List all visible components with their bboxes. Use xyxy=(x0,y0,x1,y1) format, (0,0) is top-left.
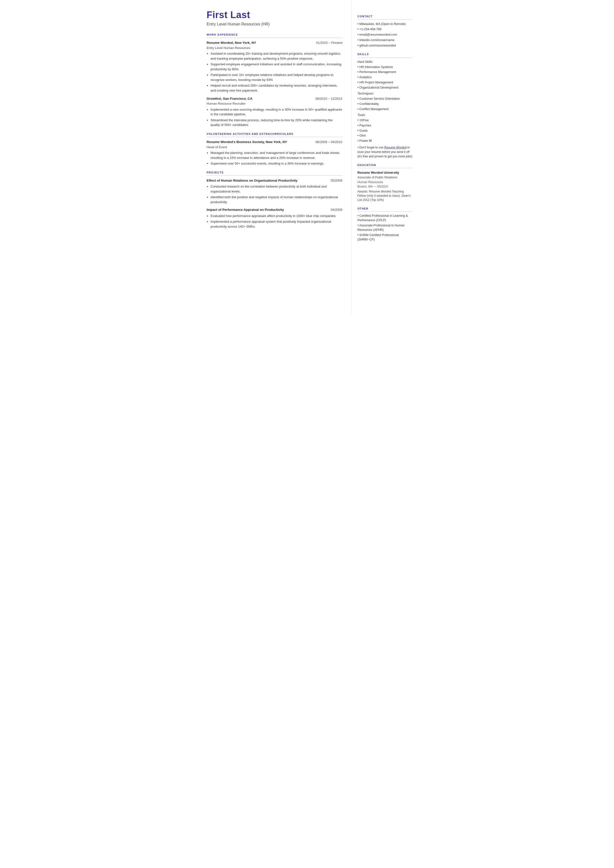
contact-item-location: Milwaukee, MA (Open to Remote) xyxy=(358,22,412,26)
edu-degree: Associate of Public Relations xyxy=(358,175,412,180)
bullet: Helped recruit and onboard 200+ candidat… xyxy=(211,83,343,93)
work-experience-label: WORK EXPERIENCE xyxy=(207,33,343,37)
project-title-1: Effect of Human Relations on Organizatio… xyxy=(207,178,298,183)
skill-item: HR Project Management xyxy=(358,80,412,85)
edu-location: Boston, MA — 05/2010 xyxy=(358,184,412,189)
edu-school: Resume Worded University xyxy=(358,170,412,175)
candidate-name: First Last xyxy=(207,10,343,20)
volunteer-block-1: Resume Worded's Business Society, New Yo… xyxy=(207,140,343,166)
job-bullets-1: Assisted in coordinating 20+ training an… xyxy=(211,51,343,93)
right-column: CONTACT Milwaukee, MA (Open to Remote) +… xyxy=(352,0,419,314)
projects-label: PROJECTS xyxy=(207,171,343,175)
skill-item: Paychex xyxy=(358,123,412,128)
other-item-2: Associate Professional in Human Resource… xyxy=(358,224,412,232)
techniques-list: Customer Service Orientation Confidentia… xyxy=(358,96,412,111)
volunteering-label: VOLUNTEERING ACTIVITIES AND EXTRACURRICU… xyxy=(207,132,343,136)
skill-item: Confidentiality xyxy=(358,102,412,106)
job-date-1: 01/2015 – Present xyxy=(316,40,342,45)
bullet: Supported employee engagement initiative… xyxy=(211,62,343,71)
bullet: Conducted research on the correlation be… xyxy=(211,184,343,194)
skill-item: Power BI xyxy=(358,138,412,143)
job-header-row-1: Resume Worded, New York, NY 01/2015 – Pr… xyxy=(207,40,343,45)
skill-item: Conflict Management xyxy=(358,107,412,112)
project-date-2: 04/2009 xyxy=(331,207,343,212)
project-bullets-2: Evaluated how performance appraisals aff… xyxy=(211,214,343,229)
volunteering-section: VOLUNTEERING ACTIVITIES AND EXTRACURRICU… xyxy=(207,132,343,166)
tools-list: 15Five Paychex Gusto Glint Power BI xyxy=(358,118,412,143)
job-date-2: 06/2010 – 12/2014 xyxy=(316,96,342,101)
tools-label: Tools: xyxy=(358,113,412,118)
edu-field: Human Resources xyxy=(358,180,412,185)
skill-item: Organizational Development xyxy=(358,85,412,90)
job-block-1: Resume Worded, New York, NY 01/2015 – Pr… xyxy=(207,40,343,93)
job-block-2: Growthsi, San Francisco, CA 06/2010 – 12… xyxy=(207,96,343,127)
other-section: OTHER Certified Professional in Learning… xyxy=(358,207,412,242)
education-section: EDUCATION Resume Worded University Assoc… xyxy=(358,163,412,202)
contact-item-github: github.com/resumeworded xyxy=(358,43,412,48)
skill-item: HR Information Systems xyxy=(358,65,412,70)
edu-block-1: Resume Worded University Associate of Pu… xyxy=(358,170,412,202)
bullet: Streamlined the interview process, reduc… xyxy=(211,118,343,127)
project-header-row-2: Impact of Performance Appraisal on Produ… xyxy=(207,207,343,212)
volunteer-bullets-1: Managed the planning, execution, and man… xyxy=(211,151,343,166)
bullet: Evaluated how performance appraisals aff… xyxy=(211,214,343,219)
skill-item: 15Five xyxy=(358,118,412,123)
skill-item: Analytics xyxy=(358,75,412,80)
promo-text: • Don't forget to use Resume Worded to s… xyxy=(358,145,412,158)
education-label: EDUCATION xyxy=(358,163,412,167)
promo-link[interactable]: Resume Worded xyxy=(384,146,406,149)
job-company-2: Growthsi, San Francisco, CA xyxy=(207,96,253,101)
other-divider xyxy=(358,211,412,212)
job-bullets-2: Implemented a new sourcing strategy, res… xyxy=(211,107,343,127)
resume-page: First Last Entry Level Human Resources (… xyxy=(196,0,419,314)
skills-label: SKILLS xyxy=(358,52,412,56)
project-header-row-1: Effect of Human Relations on Organizatio… xyxy=(207,178,343,183)
other-item-3: SHRM Certified Professional (SHRM−CP) xyxy=(358,233,412,242)
project-title-2: Impact of Performance Appraisal on Produ… xyxy=(207,207,284,212)
work-experience-section: WORK EXPERIENCE Resume Worded, New York,… xyxy=(207,33,343,127)
skill-item: Customer Service Orientation xyxy=(358,96,412,101)
other-label: OTHER xyxy=(358,207,412,211)
volunteer-date-1: 06/2009 – 04/2010 xyxy=(316,140,342,144)
work-experience-divider xyxy=(207,37,343,38)
skill-item: Glint xyxy=(358,134,412,138)
volunteer-title-1: Head of Event xyxy=(207,145,343,150)
header: First Last Entry Level Human Resources (… xyxy=(207,10,343,27)
other-item-1: Certified Professional in Learning & Per… xyxy=(358,214,412,222)
projects-section: PROJECTS Effect of Human Relations on Or… xyxy=(207,171,343,229)
techniques-label: Techniques: xyxy=(358,91,412,96)
bullet: Managed the planning, execution, and man… xyxy=(211,151,343,160)
volunteer-header-row-1: Resume Worded's Business Society, New Yo… xyxy=(207,140,343,144)
contact-label: CONTACT xyxy=(358,14,412,19)
skill-item: Gusto xyxy=(358,129,412,133)
contact-list: Milwaukee, MA (Open to Remote) +1-234-45… xyxy=(358,22,412,48)
hard-skills-label: Hard Skills: xyxy=(358,60,412,64)
volunteer-company-1: Resume Worded's Business Society, New Yo… xyxy=(207,140,287,144)
contact-item-linkedin: linkedin.com/in/username xyxy=(358,38,412,43)
edu-awards: Awards: Resume Worded Teaching Fellow (o… xyxy=(358,189,412,202)
job-header-row-2: Growthsi, San Francisco, CA 06/2010 – 12… xyxy=(207,96,343,101)
skills-section: SKILLS Hard Skills: HR Information Syste… xyxy=(358,52,412,158)
candidate-title: Entry Level Human Resources (HR) xyxy=(207,21,343,27)
bullet: Supervised over 50+ successful events, r… xyxy=(211,161,343,166)
education-divider xyxy=(358,168,412,168)
bullet: Implemented a new sourcing strategy, res… xyxy=(211,107,343,117)
project-block-2: Impact of Performance Appraisal on Produ… xyxy=(207,207,343,229)
bullet: Assisted in coordinating 20+ training an… xyxy=(211,51,343,61)
left-column: First Last Entry Level Human Resources (… xyxy=(196,0,352,314)
job-title-2: Human Resource Recruiter xyxy=(207,101,343,106)
contact-item-phone: +1-234-456-789 xyxy=(358,27,412,32)
contact-item-email: email@resumeworded.com xyxy=(358,33,412,37)
skill-item: Performance Management xyxy=(358,70,412,75)
contact-section: CONTACT Milwaukee, MA (Open to Remote) +… xyxy=(358,14,412,48)
job-company-1: Resume Worded, New York, NY xyxy=(207,40,256,45)
project-date-1: 05/2009 xyxy=(331,178,343,183)
bullet: Implemented a performance appraisal syst… xyxy=(211,219,343,229)
hard-skills-list: HR Information Systems Performance Manag… xyxy=(358,65,412,90)
job-title-1: Entry Level Human Resources xyxy=(207,45,343,50)
bullet: Participated in over 10+ employee relati… xyxy=(211,73,343,82)
other-list: Certified Professional in Learning & Per… xyxy=(358,214,412,242)
bullet: Identified both the positive and negativ… xyxy=(211,195,343,204)
project-block-1: Effect of Human Relations on Organizatio… xyxy=(207,178,343,204)
project-bullets-1: Conducted research on the correlation be… xyxy=(211,184,343,204)
